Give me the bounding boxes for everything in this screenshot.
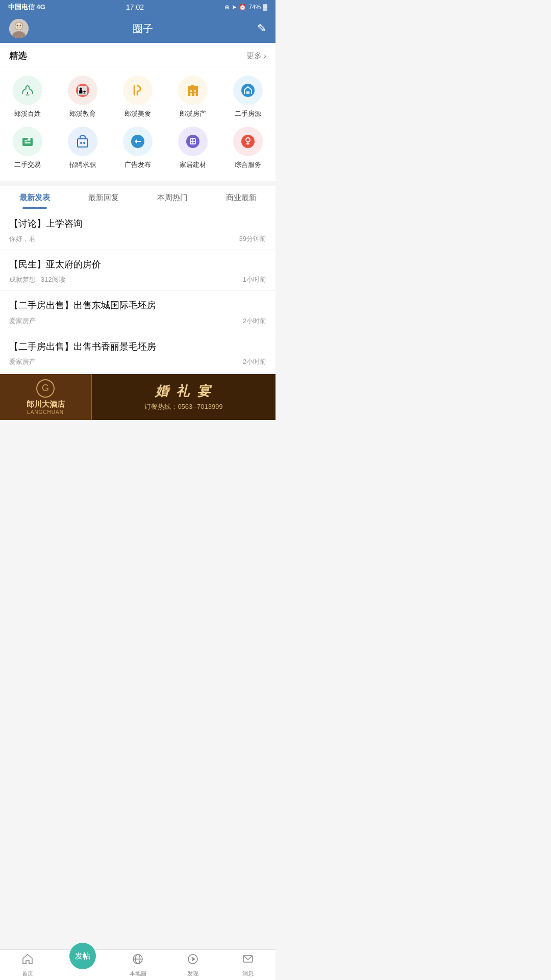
tab-zuixinfabiao[interactable]: 最新发表	[0, 186, 69, 209]
category-icon-fangchan	[178, 76, 208, 105]
ad-main-text: 婚 礼 宴	[155, 382, 212, 400]
category-icon-jiaoyu: 👨‍👧	[68, 76, 97, 105]
svg-rect-18	[246, 91, 249, 94]
category-icon-ershoujiaoyi	[13, 127, 42, 156]
navigation-icon: ➤	[232, 4, 237, 11]
more-button[interactable]: 更多 ›	[246, 51, 266, 61]
post-author: 你好，君	[9, 234, 36, 243]
category-label-ershoufangyuan: 二手房源	[235, 109, 261, 118]
category-item-jiajujiancai[interactable]: 家居建材	[165, 122, 220, 174]
post-time: 2小时前	[243, 316, 266, 326]
time-text: 17:02	[126, 3, 144, 11]
edit-icon[interactable]: ✎	[257, 22, 266, 35]
tabs-container: 最新发表最新回复本周热门商业最新	[0, 186, 276, 209]
category-icon-zhaopinqiuzhi	[68, 127, 97, 156]
svg-point-6	[26, 94, 30, 96]
category-item-jiaoyu[interactable]: 👨‍👧 郎溪教育	[55, 71, 110, 122]
app-header: 圈子 ✎	[0, 14, 276, 43]
category-label-fangchan: 郎溪房产	[180, 109, 206, 118]
ad-hotel-info: G 郎川大酒店 LANGCHUAN	[0, 374, 92, 420]
featured-section-header: 精选 更多 ›	[0, 43, 276, 66]
post-title: 【讨论】上学咨询	[9, 217, 266, 230]
svg-point-17	[241, 84, 255, 97]
post-list: 【讨论】上学咨询 你好，君 39分钟前 【民生】亚太府的房价 成就梦想 312阅…	[0, 209, 276, 373]
category-item-ershoujiaoyi[interactable]: 二手交易	[0, 122, 55, 174]
svg-point-4	[17, 25, 18, 27]
tab-shangyezuixin[interactable]: 商业最新	[207, 186, 276, 209]
post-item-post1[interactable]: 【讨论】上学咨询 你好，君 39分钟前	[0, 209, 276, 250]
category-icon-zonghe	[233, 127, 263, 156]
post-meta-left: 爱家房产	[9, 316, 36, 326]
status-bar: 中国电信 4G 17:02 ⊕ ➤ ⏰ 74% ▓	[0, 0, 276, 14]
post-author: 成就梦想	[9, 275, 36, 284]
post-meta: 爱家房产 2小时前	[9, 357, 266, 366]
category-label-guanggaofahu: 广告发布	[124, 160, 151, 169]
post-meta-left: 你好，君	[9, 234, 36, 243]
ad-content: 婚 礼 宴 订餐热线：0563--7013999	[92, 378, 276, 415]
carrier-text: 中国电信 4G	[8, 3, 45, 12]
post-meta-left: 成就梦想 312阅读	[9, 275, 65, 284]
category-label-meishi: 郎溪美食	[124, 109, 151, 118]
featured-title: 精选	[9, 50, 27, 62]
svg-rect-10	[188, 88, 198, 96]
header-title: 圈子	[133, 22, 153, 36]
svg-point-29	[241, 135, 255, 148]
post-author: 爱家房产	[9, 357, 36, 366]
post-meta: 成就梦想 312阅读 1小时前	[9, 275, 266, 284]
post-item-post2[interactable]: 【民生】亚太府的房价 成就梦想 312阅读 1小时前	[0, 250, 276, 291]
ad-logo-icon: G	[42, 383, 49, 394]
battery-percent: 74%	[248, 4, 261, 11]
category-label-zonghe: 综合服务	[235, 160, 261, 169]
svg-point-22	[80, 142, 82, 144]
alarm-icon: ⏰	[239, 4, 246, 11]
avatar-image	[9, 19, 29, 38]
category-label-baixing: 郎溪百姓	[14, 109, 41, 118]
tab-benzhouremem[interactable]: 本周热门	[138, 186, 207, 209]
post-item-post4[interactable]: 【二手房出售】出售书香丽景毛坯房 爱家房产 2小时前	[0, 332, 276, 373]
post-title: 【二手房出售】出售书香丽景毛坯房	[9, 340, 266, 353]
post-time: 1小时前	[243, 275, 266, 284]
svg-point-3	[15, 22, 22, 30]
svg-point-20	[28, 138, 31, 141]
category-item-zonghe[interactable]: 综合服务	[220, 122, 276, 174]
svg-rect-13	[190, 93, 192, 96]
post-meta-left: 爱家房产	[9, 357, 36, 366]
post-author: 爱家房产	[9, 316, 36, 326]
svg-point-23	[83, 142, 85, 144]
battery-icon: ▓	[263, 4, 267, 11]
post-meta: 爱家房产 2小时前	[9, 316, 266, 326]
category-item-zhaopinqiuzhi[interactable]: 招聘求职	[55, 122, 110, 174]
category-label-jiaoyu: 郎溪教育	[69, 109, 96, 118]
svg-rect-14	[194, 93, 196, 96]
battery-text: ⊕ ➤ ⏰ 74% ▓	[224, 4, 267, 11]
post-time: 2小时前	[243, 357, 266, 366]
location-icon: ⊕	[224, 4, 230, 11]
category-icon-jiajujiancai	[178, 127, 208, 156]
ad-hotel-sub: LANGCHUAN	[27, 409, 64, 415]
category-item-ershoufangyuan[interactable]: 二手房源	[220, 71, 276, 122]
post-title: 【二手房出售】出售东城国际毛坯房	[9, 299, 266, 312]
category-icon-baixing	[13, 76, 42, 105]
post-time: 39分钟前	[239, 234, 266, 243]
category-label-ershoujiaoyi: 二手交易	[14, 160, 41, 169]
category-item-guanggaofahu[interactable]: 广告发布	[110, 122, 165, 174]
ad-sub-text: 订餐热线：0563--7013999	[144, 402, 222, 411]
svg-rect-19	[22, 138, 33, 146]
ad-banner[interactable]: G 郎川大酒店 LANGCHUAN 婚 礼 宴 订餐热线：0563--70139…	[0, 374, 276, 420]
category-label-zhaopinqiuzhi: 招聘求职	[69, 160, 96, 169]
category-item-meishi[interactable]: 郎溪美食	[110, 71, 165, 122]
svg-rect-21	[78, 139, 88, 147]
post-item-post3[interactable]: 【二手房出售】出售东城国际毛坯房 爱家房产 2小时前	[0, 291, 276, 332]
svg-rect-16	[191, 85, 194, 88]
post-meta: 你好，君 39分钟前	[9, 234, 266, 243]
category-item-fangchan[interactable]: 郎溪房产	[165, 71, 220, 122]
category-grid: 郎溪百姓 👨‍👧 郎溪教育 郎溪美食 郎溪房产 二手房源 二手交易 招聘求职	[0, 66, 276, 181]
ad-hotel-name: 郎川大酒店	[27, 400, 65, 409]
category-item-baixing[interactable]: 郎溪百姓	[0, 71, 55, 122]
avatar[interactable]	[9, 19, 29, 38]
tab-zuixinhuifu[interactable]: 最新回复	[69, 186, 138, 209]
post-reads: 312阅读	[41, 275, 65, 284]
category-icon-ershoufangyuan	[233, 76, 263, 105]
category-icon-guanggaofahu	[123, 127, 153, 156]
svg-rect-11	[190, 90, 192, 92]
